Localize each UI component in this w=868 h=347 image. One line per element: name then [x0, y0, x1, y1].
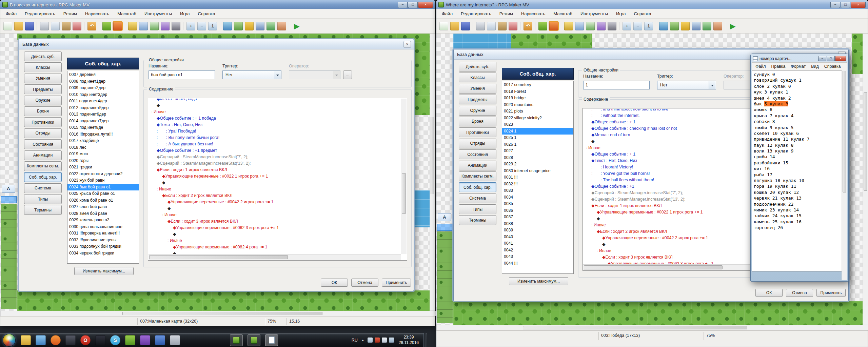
map-vscrollbar[interactable]: [863, 34, 868, 325]
event-list-item[interactable]: 0039: [502, 227, 573, 234]
start-button[interactable]: [3, 334, 16, 347]
palette-selected-tile[interactable]: [1, 196, 17, 203]
rectangle-tool-icon[interactable]: [139, 22, 148, 30]
menu-item[interactable]: Справка: [194, 10, 219, 18]
dialog-close-icon[interactable]: ×: [403, 41, 411, 48]
event-list-item[interactable]: 0037: [502, 214, 573, 221]
menu-item[interactable]: Справка: [630, 10, 655, 18]
event-command-line[interactable]: ◆Общее событие : +1 предмет: [149, 147, 401, 154]
event-command-line[interactable]: ◆Управляющие переменные : #0042 2 игрок …: [149, 199, 401, 205]
event-list-item[interactable]: 0030 internet usage price: [502, 168, 573, 175]
character-generator-icon[interactable]: [277, 22, 286, 30]
event-list-item[interactable]: 0013 подкинет6дер: [67, 111, 139, 118]
category-button[interactable]: Действ. суб.: [459, 62, 496, 72]
category-button[interactable]: Отряды: [459, 139, 496, 148]
plugin-manager-icon[interactable]: [234, 22, 243, 30]
zoom-out-icon[interactable]: −: [633, 22, 642, 30]
notepad-text-area[interactable]: сундук 0говорящий сундук 1слон 2 кулак 0…: [752, 70, 847, 271]
trigger-select[interactable]: Нет: [222, 70, 281, 79]
event-list-item[interactable]: 0031 !!!: [502, 174, 573, 181]
plugin-manager-icon[interactable]: [670, 22, 679, 30]
show-desktop-button[interactable]: [423, 333, 427, 347]
event-list-item[interactable]: 0043: [502, 253, 573, 260]
vscroll-thumb[interactable]: [431, 117, 434, 194]
sound-test-icon[interactable]: [681, 22, 690, 30]
close-button[interactable]: ×: [418, 2, 433, 8]
event-list-item[interactable]: 0025 крыса бой равн о1: [67, 190, 139, 197]
skype-icon[interactable]: S: [110, 335, 120, 345]
event-list-item[interactable]: 0021 грядки: [67, 164, 139, 171]
database-icon[interactable]: [659, 22, 668, 30]
menu-item[interactable]: Файл: [2, 10, 21, 18]
category-button[interactable]: Состояния: [459, 149, 496, 159]
palette-tab-a[interactable]: A: [438, 213, 451, 221]
apply-button[interactable]: Применить: [382, 279, 411, 287]
event-list-item[interactable]: 0033: [502, 187, 573, 194]
event-command-line[interactable]: ◆: [149, 205, 401, 212]
maximize-button[interactable]: □: [841, 2, 850, 8]
event-searcher-icon[interactable]: [692, 22, 701, 30]
map-tiles-right[interactable]: [414, 34, 430, 115]
show-hidden-icons-icon[interactable]: ▲: [360, 338, 366, 343]
event-list-item[interactable]: 0029 камень равн о2: [67, 217, 139, 224]
database-icon[interactable]: [223, 22, 232, 30]
menu-item[interactable]: Масштаб: [113, 10, 140, 18]
content-vscrollbar[interactable]: [401, 99, 407, 254]
hscroll-thumb[interactable]: [122, 312, 322, 315]
firefox-icon[interactable]: [51, 335, 61, 345]
opera-icon[interactable]: O: [80, 335, 91, 345]
event-command-line[interactable]: : : А бык удирает без них!: [149, 141, 401, 147]
event-list-item[interactable]: 0027: [502, 148, 573, 155]
event-list-item[interactable]: 0012 подклинет5дер: [67, 105, 139, 111]
language-indicator[interactable]: RU: [352, 338, 358, 343]
hscroll-thumb[interactable]: [149, 255, 288, 259]
category-button[interactable]: Комплекты сегм.: [459, 171, 496, 181]
steam-icon[interactable]: [95, 335, 105, 345]
minimize-button[interactable]: −: [398, 2, 408, 8]
menu-item[interactable]: Масштаб: [549, 10, 576, 18]
menu-item[interactable]: Вид: [808, 63, 821, 70]
menu-item[interactable]: Режим: [495, 10, 517, 18]
event-list-item[interactable]: 0017 cemetery: [502, 82, 573, 88]
event-list-item[interactable]: 0042: [502, 247, 573, 254]
event-command-line[interactable]: ◆Управляющие переменные : #0022 1 игрок …: [149, 173, 401, 180]
category-button[interactable]: Отряды: [24, 128, 62, 138]
category-button[interactable]: Классы: [459, 73, 496, 82]
name-input[interactable]: [149, 70, 215, 79]
event-list-item[interactable]: 0023: [502, 121, 573, 128]
media-player-icon[interactable]: [36, 335, 46, 345]
undo-icon[interactable]: ↶: [524, 22, 532, 30]
event-command-line[interactable]: ◆Сценарий : SteamManager.increaseStat('7…: [149, 154, 401, 160]
menu-item[interactable]: Правка: [768, 63, 788, 70]
shadow-tool-icon[interactable]: [608, 22, 616, 30]
event-command-line[interactable]: : Иначе: [149, 186, 401, 192]
playtest-icon[interactable]: ▶: [728, 22, 737, 30]
event-command-line[interactable]: ◆Если : ходит 1 игрок является ВКЛ: [149, 167, 401, 173]
content-hscrollbar[interactable]: [149, 254, 401, 260]
maximize-button[interactable]: □: [827, 56, 835, 61]
event-list-item[interactable]: 0034 червяк бой грядки: [67, 250, 139, 257]
category-button[interactable]: Оружие: [459, 106, 496, 116]
copy-icon[interactable]: [51, 22, 60, 30]
resource-manager-icon[interactable]: [703, 22, 711, 30]
category-button[interactable]: Предметы: [459, 95, 496, 104]
event-mode-icon[interactable]: [549, 22, 558, 30]
palette-tiles[interactable]: [1, 204, 17, 309]
purple-app-icon[interactable]: [140, 335, 150, 345]
hscroll-thumb[interactable]: [584, 265, 723, 269]
zoom-actual-icon[interactable]: 1: [208, 22, 217, 30]
category-button[interactable]: Умения: [459, 84, 496, 94]
category-button[interactable]: Умения: [24, 74, 62, 83]
vscroll-thumb[interactable]: [843, 71, 846, 192]
event-list-item[interactable]: 0011 подк инет4дер: [67, 98, 139, 105]
change-maximum-button[interactable]: Изменить максимум...: [509, 277, 568, 285]
category-button[interactable]: Состояния: [24, 139, 62, 149]
palette-tab-a[interactable]: A: [2, 185, 15, 193]
new-project-icon[interactable]: [3, 22, 12, 30]
event-list-item[interactable]: 0020 горы: [67, 158, 139, 164]
event-list-item[interactable]: 0021 plots: [502, 108, 573, 115]
map-tiles-bottom[interactable]: [17, 290, 430, 311]
notepad-task-icon[interactable]: [265, 334, 278, 346]
event-list-item[interactable]: 0038: [502, 221, 573, 227]
event-command-line[interactable]: ◆: [149, 250, 401, 254]
